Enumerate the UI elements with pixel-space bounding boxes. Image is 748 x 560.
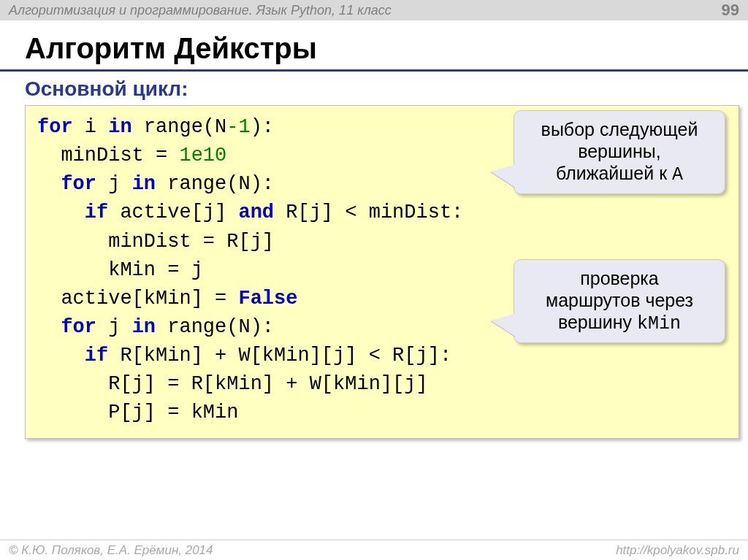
header-bar: Алгоритмизация и программирование. Язык … — [0, 0, 748, 20]
callout-tail-icon — [491, 164, 516, 188]
page-number: 99 — [722, 1, 739, 20]
code-line-9: if R[kMin] + W[kMin][j] < R[j]: — [37, 342, 727, 370]
code-line-5: minDist = R[j] — [37, 228, 727, 256]
copyright: © К.Ю. Поляков, Е.А. Ерёмин, 2014 — [9, 543, 213, 558]
callout-tail-icon — [491, 313, 516, 337]
footer-bar: © К.Ю. Поляков, Е.А. Ерёмин, 2014 http:/… — [0, 540, 748, 560]
callout-text: вершину kMin — [527, 311, 711, 335]
page-title: Алгоритм Дейкстры — [0, 20, 748, 69]
callout-select-vertex: выбор следующей вершины, ближайшей к A — [514, 110, 725, 194]
callout-text: проверка — [527, 267, 711, 289]
callout-text: выбор следующей — [527, 118, 711, 140]
section-subtitle: Основной цикл: — [0, 76, 748, 105]
title-divider — [0, 69, 748, 72]
callout-text: вершины, — [527, 140, 711, 162]
callout-check-routes: проверка маршрутов через вершину kMin — [514, 259, 725, 343]
code-block: for i in range(N-1): minDist = 1e10 for … — [25, 105, 739, 439]
breadcrumb: Алгоритмизация и программирование. Язык … — [9, 3, 392, 18]
callout-text: ближайшей к A — [527, 162, 711, 186]
code-line-11: P[j] = kMin — [37, 399, 727, 427]
callout-text: маршрутов через — [527, 289, 711, 311]
footer-url: http://kpolyakov.spb.ru — [616, 543, 739, 558]
code-line-4: if active[j] and R[j] < minDist: — [37, 199, 727, 227]
code-line-10: R[j] = R[kMin] + W[kMin][j] — [37, 370, 727, 399]
